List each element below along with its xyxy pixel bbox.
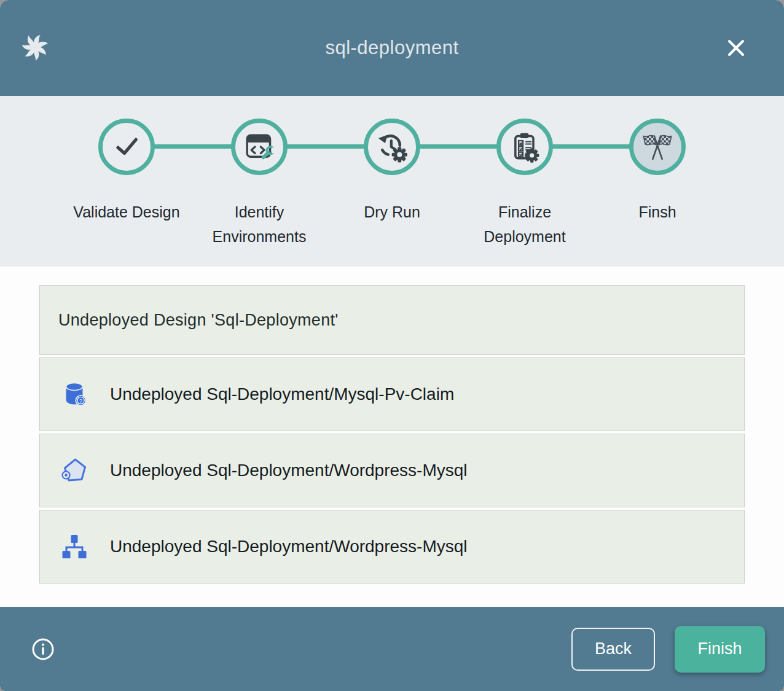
step-validate-design: Validate Design — [60, 119, 193, 249]
pentagon-icon — [60, 456, 89, 485]
close-button[interactable] — [723, 34, 750, 61]
racing-flags-icon — [640, 130, 675, 164]
step-finalize-deployment: Finalize Deployment — [458, 119, 591, 249]
finish-button[interactable]: Finish — [675, 626, 765, 673]
step-finish: Finsh — [591, 119, 724, 249]
list-item-wordpress-mysql-2: Undeployed Sql-Deployment/Wordpress-Mysq… — [39, 510, 745, 584]
deployment-wizard-dialog: sql-deployment Validate Design — [0, 0, 784, 691]
step-circle-identify-environments[interactable] — [231, 119, 288, 175]
clipboard-gear-icon — [508, 130, 542, 164]
step-circle-dry-run[interactable] — [364, 119, 420, 175]
step-circle-validate-design[interactable] — [98, 119, 155, 175]
dialog-header: sql-deployment — [0, 0, 784, 96]
database-question-icon: ? — [60, 380, 89, 409]
step-circle-finalize-deployment[interactable] — [496, 119, 553, 175]
back-button[interactable]: Back — [571, 628, 655, 671]
step-label: Validate Design — [73, 200, 179, 224]
dialog-title: sql-deployment — [325, 37, 458, 59]
info-icon — [31, 637, 55, 662]
step-identify-environments: Identify Environments — [193, 119, 326, 249]
step-circle-finish[interactable] — [629, 119, 686, 175]
step-dry-run: Dry Run — [326, 119, 458, 249]
meshery-logo-icon — [21, 33, 49, 61]
history-gear-icon — [375, 130, 409, 164]
info-button[interactable] — [31, 637, 55, 662]
list-item-text: Undeployed Design 'Sql-Deployment' — [58, 311, 339, 330]
svg-text:?: ? — [79, 397, 82, 404]
list-item-wordpress-mysql-1: Undeployed Sql-Deployment/Wordpress-Mysq… — [39, 434, 745, 507]
close-icon — [724, 36, 748, 60]
code-wrench-icon — [242, 130, 276, 164]
step-label: Dry Run — [364, 200, 420, 224]
check-icon — [109, 130, 144, 164]
step-label: Finalize Deployment — [469, 200, 581, 249]
dialog-footer: Back Finish — [0, 607, 784, 691]
list-item-mysql-pv-claim: ? Undeployed Sql-Deployment/Mysql-Pv-Cla… — [39, 357, 745, 431]
list-item-text: Undeployed Sql-Deployment/Wordpress-Mysq… — [110, 461, 468, 480]
step-label: Identify Environments — [203, 200, 315, 249]
hierarchy-icon — [60, 532, 89, 561]
deployment-status-list: Undeployed Design 'Sql-Deployment' ? Und… — [0, 267, 784, 607]
list-item-text: Undeployed Sql-Deployment/Wordpress-Mysq… — [110, 537, 468, 556]
list-item-text: Undeployed Sql-Deployment/Mysql-Pv-Claim — [110, 385, 454, 404]
step-label: Finsh — [638, 200, 676, 224]
list-item-design: Undeployed Design 'Sql-Deployment' — [39, 285, 745, 355]
stepper: Validate Design Identify Environments — [0, 96, 784, 267]
